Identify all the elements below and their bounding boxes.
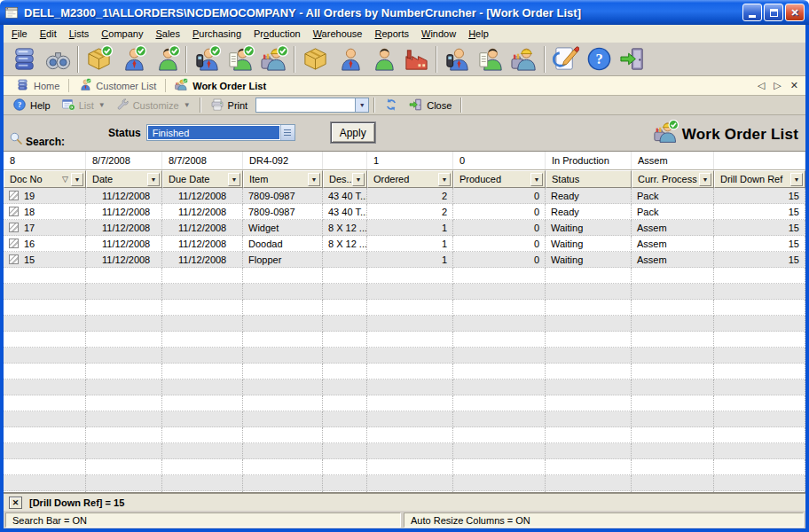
col-header-status[interactable]: Status xyxy=(546,170,632,188)
row-checkbox[interactable] xyxy=(9,254,19,264)
search-cell-due-date[interactable]: 8/7/2008 xyxy=(162,152,243,169)
vendor-new-icon[interactable] xyxy=(365,44,399,74)
sales-order-list-icon[interactable] xyxy=(190,44,224,74)
scroll-tabs-left-icon[interactable]: ◁ xyxy=(758,80,765,91)
close-list-button[interactable]: Close xyxy=(404,97,456,114)
search-cell-status[interactable]: In Production xyxy=(546,152,632,169)
customer-list-icon[interactable] xyxy=(115,44,149,74)
col-header-produced[interactable]: Produced▼ xyxy=(453,170,546,188)
maximize-button[interactable] xyxy=(764,4,783,21)
menu-edit[interactable]: Edit xyxy=(34,27,63,41)
binoculars-icon[interactable] xyxy=(41,44,75,74)
col-header-curr-process[interactable]: Curr. Process▼ xyxy=(632,170,714,188)
toolbar-separator xyxy=(294,46,295,73)
toolbar-separator xyxy=(460,98,462,113)
menu-help[interactable]: Help xyxy=(462,27,495,41)
sales-order-new-icon[interactable] xyxy=(440,44,474,74)
help-icon[interactable]: ? xyxy=(582,44,616,74)
menu-reports[interactable]: Reports xyxy=(368,27,415,41)
cell-produced: 0 xyxy=(453,236,546,252)
work-order-list-icon[interactable] xyxy=(257,44,291,74)
search-cell-ordered[interactable]: 1 xyxy=(367,152,453,169)
menu-production[interactable]: Production xyxy=(247,27,307,41)
item-new-icon[interactable] xyxy=(298,44,332,74)
row-checkbox[interactable] xyxy=(9,207,19,216)
customer-new-icon[interactable] xyxy=(332,44,365,74)
column-filter-dropdown-icon[interactable]: ▼ xyxy=(790,173,803,186)
purchase-order-list-icon[interactable] xyxy=(224,44,257,74)
tab-work-order-list[interactable]: Work Order List xyxy=(166,76,275,95)
column-filter-dropdown-icon[interactable]: ▼ xyxy=(71,173,83,186)
apply-button[interactable]: Apply xyxy=(331,122,375,143)
menu-lists[interactable]: Lists xyxy=(63,27,96,41)
search-cell-curr-process[interactable]: Assem xyxy=(632,152,714,169)
filter-bar: ✕ [Drill Down Ref] = 15 xyxy=(4,493,805,511)
work-order-row[interactable]: 1811/12/200811/12/20087809-098743 40 T..… xyxy=(4,204,805,220)
search-cell-produced[interactable]: 0 xyxy=(453,152,546,169)
exit-icon[interactable] xyxy=(616,44,649,74)
work-order-row[interactable]: 1611/12/200811/12/2008Doodad8 X 12 ...10… xyxy=(4,236,805,252)
close-tab-icon[interactable]: ✕ xyxy=(790,80,798,91)
column-filter-dropdown-icon[interactable]: ▼ xyxy=(147,173,160,186)
tab-customer-list[interactable]: Customer List xyxy=(69,76,165,95)
factory-icon[interactable] xyxy=(399,44,433,74)
row-checkbox[interactable] xyxy=(9,191,19,200)
cell-status: Ready xyxy=(546,204,632,220)
column-filter-dropdown-icon[interactable]: ▼ xyxy=(699,173,711,186)
menu-sales[interactable]: Sales xyxy=(149,27,186,41)
column-filter-dropdown-icon[interactable]: ▼ xyxy=(308,173,320,186)
col-header-due-date[interactable]: Due Date▼ xyxy=(162,170,243,188)
item-list-icon[interactable] xyxy=(82,44,115,74)
column-filter-dropdown-icon[interactable]: ▼ xyxy=(352,173,365,186)
combo-dropdown-icon[interactable]: ▼ xyxy=(355,98,368,112)
work-order-new-icon[interactable] xyxy=(507,44,541,74)
col-header-ordered[interactable]: Ordered▼ xyxy=(367,170,453,188)
menu-warehouse[interactable]: Warehouse xyxy=(307,27,369,41)
col-header-des[interactable]: Des...▼ xyxy=(323,170,367,188)
wrench-icon xyxy=(116,98,130,113)
database-icon[interactable] xyxy=(7,44,41,74)
cell-drill-down-ref: 15 xyxy=(714,252,805,268)
search-cell-item[interactable]: DR4-092 xyxy=(243,152,323,169)
app-icon xyxy=(4,4,20,20)
minimize-button[interactable] xyxy=(742,4,762,21)
list-menu-button[interactable]: List ▼ xyxy=(57,97,110,114)
column-filter-dropdown-icon[interactable]: ▼ xyxy=(438,173,451,186)
report-edit-icon[interactable] xyxy=(548,44,582,74)
close-button[interactable]: ✕ xyxy=(785,4,805,21)
scroll-tabs-right-icon[interactable]: ▷ xyxy=(774,80,781,91)
tab-home[interactable]: Home xyxy=(7,76,68,95)
refresh-button[interactable] xyxy=(380,97,403,114)
search-cell-des[interactable] xyxy=(323,152,367,169)
combo-spin-icon[interactable] xyxy=(280,125,295,140)
col-header-item[interactable]: Item▼ xyxy=(243,170,323,188)
search-cell-doc-no[interactable]: 8 xyxy=(4,152,86,169)
vendor-list-icon[interactable] xyxy=(149,44,183,74)
cell-due-date: 11/12/2008 xyxy=(162,236,243,252)
work-order-row[interactable]: 1511/12/200811/12/2008Flopper10WaitingAs… xyxy=(4,252,805,268)
col-header-date[interactable]: Date▼ xyxy=(86,170,162,188)
column-filter-dropdown-icon[interactable]: ▼ xyxy=(228,173,240,186)
search-cell-drill-down-ref[interactable] xyxy=(714,152,805,169)
print-options-combo[interactable]: ▼ xyxy=(255,98,369,113)
work-order-row[interactable]: 1911/12/200811/12/20087809-098743 40 T..… xyxy=(4,188,805,204)
clear-filter-button[interactable]: ✕ xyxy=(9,497,22,509)
row-checkbox[interactable] xyxy=(9,239,19,248)
column-filter-dropdown-icon[interactable]: ▼ xyxy=(530,173,543,186)
status-filter-combo[interactable]: Finished xyxy=(146,124,295,141)
help-button[interactable]: ? Help xyxy=(8,97,55,114)
search-cell-date[interactable]: 8/7/2008 xyxy=(86,152,162,169)
print-button[interactable]: Print xyxy=(206,97,253,114)
work-order-row[interactable]: 1711/12/200811/12/2008Widget8 X 12 ...10… xyxy=(4,220,805,236)
purchase-order-new-icon[interactable] xyxy=(474,44,507,74)
row-checkbox[interactable] xyxy=(9,223,19,232)
col-header-drill-down-ref[interactable]: Drill Down Ref▼ xyxy=(714,170,805,188)
customize-menu-button[interactable]: Customize ▼ xyxy=(112,97,195,113)
menu-purchasing[interactable]: Purchasing xyxy=(186,27,247,41)
menu-window[interactable]: Window xyxy=(415,27,462,41)
cell-item: 7809-0987 xyxy=(243,188,323,204)
cell-date: 11/12/2008 xyxy=(86,220,162,236)
menu-company[interactable]: Company xyxy=(95,27,149,41)
menu-file[interactable]: File xyxy=(5,27,34,41)
col-header-doc-no[interactable]: Doc No▽▼ xyxy=(4,170,86,188)
